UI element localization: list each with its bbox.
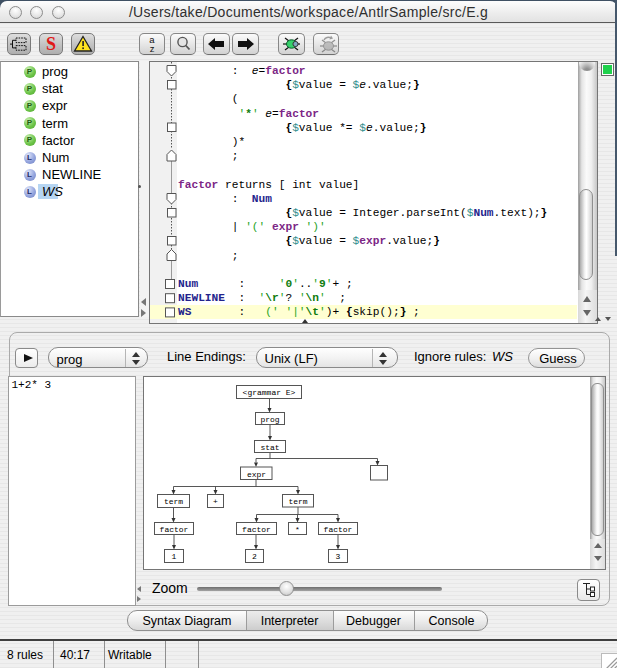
svg-text:term: term [163,496,182,505]
svg-text:3: 3 [335,552,340,561]
svg-text:factor: factor [242,524,271,533]
svg-text:prog: prog [260,414,279,423]
svg-text:+: + [213,496,218,505]
svg-text:factor: factor [323,524,352,533]
svg-text:<grammar E>: <grammar E> [242,388,295,397]
svg-text:factor: factor [159,524,188,533]
svg-text:1: 1 [171,552,176,561]
svg-text:2: 2 [252,552,257,561]
svg-text:*: * [295,524,300,533]
svg-text:term: term [288,496,307,505]
svg-text:stat: stat [260,442,279,451]
svg-text:expr: expr [246,469,265,478]
